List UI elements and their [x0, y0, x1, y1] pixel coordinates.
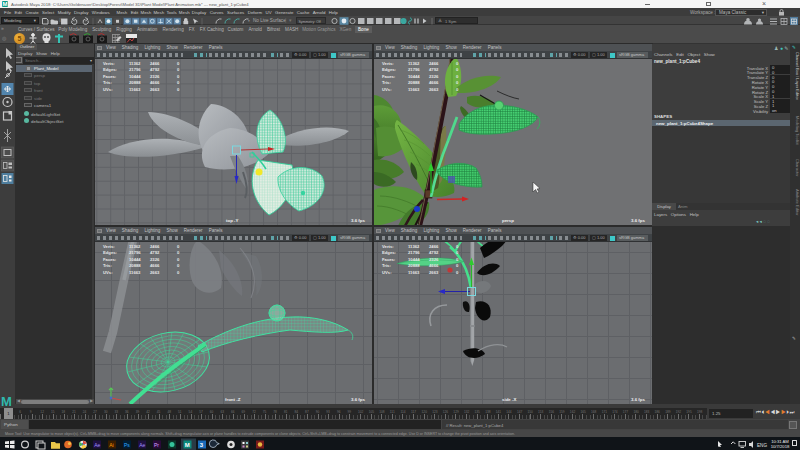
svg-text:Pr: Pr [154, 442, 159, 448]
svg-text:Ae: Ae [139, 442, 145, 448]
svg-text:Ai: Ai [109, 442, 113, 448]
svg-text:M: M [185, 442, 190, 448]
svg-text:ENG: ENG [757, 443, 767, 448]
svg-text:Ae: Ae [94, 442, 100, 448]
svg-text:Ps: Ps [124, 442, 130, 448]
